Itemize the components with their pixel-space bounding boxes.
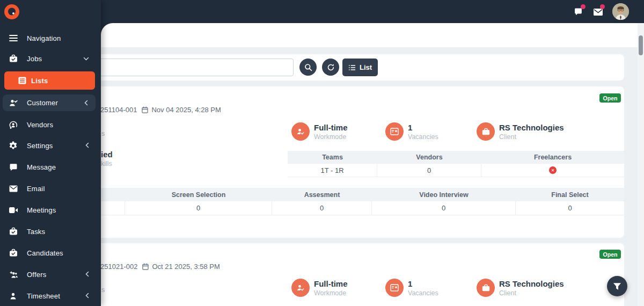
filter-fab-button[interactable] (607, 276, 627, 296)
stat-title: 1 (408, 123, 438, 132)
avatar[interactable] (612, 3, 629, 20)
sidebar-item-lists[interactable]: Lists (4, 71, 95, 90)
stat-title: Full-time (314, 123, 348, 132)
briefcase-check-icon (9, 227, 18, 236)
column-header: Assesment (272, 188, 372, 201)
stat-workmode: Full-time Workmode (291, 279, 348, 297)
list-view-label: List (360, 63, 372, 71)
stage-value: 0 (125, 201, 272, 215)
vendors-value: 0 (377, 164, 481, 177)
left-fragment-title: ied (101, 150, 113, 159)
app-logo[interactable] (4, 4, 19, 19)
stage-value (101, 201, 125, 215)
sidebar-item-customer[interactable]: Customer (3, 94, 96, 111)
job-code: 251021-002 (101, 263, 137, 271)
status-badge: Open (599, 250, 621, 259)
filter-icon (613, 282, 621, 290)
stat-subtitle: Client (499, 133, 564, 141)
sidebar-item-label: Lists (31, 77, 48, 85)
list-view-button[interactable]: List (342, 59, 378, 76)
briefcase-icon (477, 122, 495, 141)
sidebar-item-label: Meetings (27, 206, 56, 214)
refresh-button[interactable] (322, 59, 339, 76)
sidebar-item-label: Settings (27, 142, 53, 150)
table-row: 0 0 0 0 (101, 201, 624, 215)
chevron-down-icon (83, 54, 89, 63)
scrollbar-thumb[interactable] (639, 35, 643, 55)
stage-value: 0 (516, 201, 624, 215)
sidebar-nav-label: Navigation (27, 34, 61, 42)
chevron-left-icon (85, 141, 89, 150)
sidebar-nav-header[interactable]: Navigation (4, 28, 97, 48)
gear-icon (9, 141, 18, 150)
column-header: Vendors (377, 151, 481, 164)
person-check-icon (9, 98, 18, 107)
sidebar-item-email[interactable]: Email (4, 178, 97, 199)
sidebar-item-label: Jobs (27, 55, 42, 63)
status-badge: Open (599, 93, 621, 103)
content-area: List Open 251104-001 Nov 04 2025, 4:28 P… (101, 47, 638, 306)
job-posted-date: Oct 21 2025, 3:58 PM (152, 263, 219, 271)
sidebar-item-label: Message (27, 163, 56, 171)
person-badge-icon (291, 279, 310, 297)
sidebar-item-message[interactable]: Message (4, 157, 97, 177)
sidebar-item-label: Tasks (27, 228, 45, 236)
column-header: Teams (288, 151, 377, 164)
sidebar-item-offers[interactable]: Offers (4, 264, 97, 285)
team-vendor-table: Teams Vendors Freelancers 1T - 1R 0 (288, 151, 624, 177)
mail-notification-dot (600, 4, 605, 9)
sidebar-item-vendors[interactable]: Vendors (4, 114, 97, 135)
stage-value: 0 (372, 201, 516, 215)
sidebar-item-settings[interactable]: Settings (4, 135, 97, 156)
job-meta-row: 251021-002 Oct 21 2025, 3:58 PM (101, 263, 220, 271)
sidebar-item-tasks[interactable]: Tasks (4, 221, 97, 242)
mail-icon[interactable] (593, 6, 604, 17)
stat-subtitle: Workmode (314, 289, 348, 297)
column-header: Screen Selection (125, 188, 272, 201)
stat-vacancies: 1 Vacancies (385, 122, 438, 141)
person-icon (9, 292, 18, 301)
briefcase-check-icon (9, 54, 18, 63)
list-icon (18, 76, 27, 85)
chat-notification-dot (581, 4, 586, 9)
id-card-icon (385, 122, 404, 141)
job-posted-date: Nov 04 2025, 4:28 PM (151, 106, 221, 114)
sidebar-item-label: Candidates (27, 249, 63, 257)
search-button[interactable] (299, 59, 317, 76)
search-input[interactable] (101, 59, 294, 76)
stat-subtitle: Vacancies (408, 289, 438, 297)
job-meta-row: 251104-001 Nov 04 2025, 4:28 PM (101, 106, 221, 114)
search-toolbar: List (101, 54, 624, 81)
headset-icon (9, 120, 18, 129)
stat-vacancies: 1 Vacancies (385, 279, 438, 297)
stat-client: RS Technologies Client (477, 122, 564, 141)
stat-client: RS Technologies Client (477, 279, 564, 297)
freelancers-cell (481, 164, 624, 177)
briefcase-check-icon (9, 249, 18, 258)
sidebar-item-timesheet[interactable]: Timesheet (4, 286, 97, 306)
teams-value: 1T - 1R (288, 164, 377, 177)
id-card-icon (385, 279, 404, 297)
chat-icon[interactable] (574, 6, 584, 17)
stat-title: RS Technologies (499, 123, 564, 132)
sidebar-item-meetings[interactable]: Meetings (4, 200, 97, 220)
scrollbar-track[interactable] (638, 23, 644, 306)
stat-title: RS Technologies (499, 279, 564, 288)
sidebar: Navigation Jobs Lists Customer Vendors (0, 0, 101, 306)
sidebar-item-candidates[interactable]: Candidates (4, 243, 97, 263)
table-row: 1T - 1R 0 (288, 164, 624, 177)
envelope-icon (9, 184, 18, 193)
column-header: Final Select (516, 188, 624, 201)
job-card: Open 251021-002 Oct 21 2025, 3:58 PM s F… (101, 243, 624, 306)
chevron-left-icon (84, 98, 88, 108)
sidebar-item-label: Timesheet (27, 292, 60, 300)
chevron-left-icon (85, 269, 89, 279)
briefcase-icon (477, 279, 495, 297)
sidebar-item-label: Email (27, 185, 45, 193)
sidebar-item-jobs[interactable]: Jobs (4, 48, 97, 69)
column-header (101, 188, 125, 201)
stat-title: 1 (408, 279, 438, 288)
stat-title: Full-time (314, 279, 348, 288)
hamburger-icon (9, 34, 18, 43)
cross-circle-icon[interactable] (549, 166, 557, 174)
